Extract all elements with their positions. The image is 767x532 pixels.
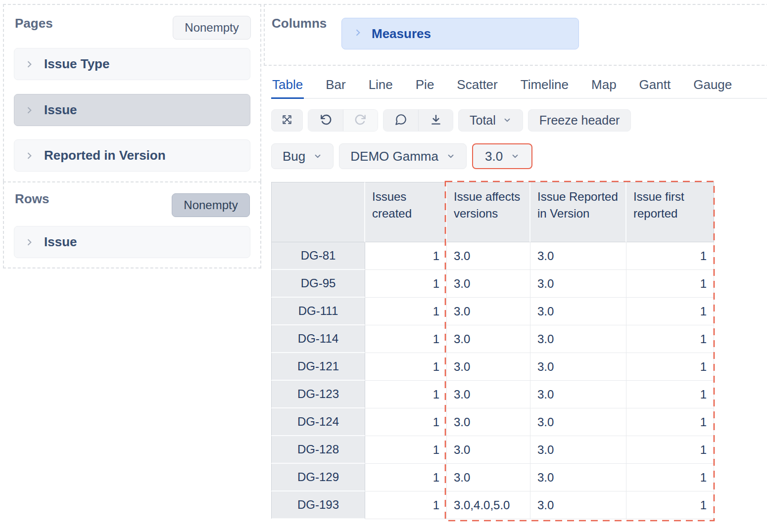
tab-pie[interactable]: Pie [415, 75, 435, 98]
cell: 1 [626, 464, 714, 491]
issue-filter-dropdown[interactable]: DEMO Gamma [339, 143, 467, 169]
column-header-issue-affects-versions[interactable]: Issue affects versions [447, 182, 530, 242]
dimension-issue-rows[interactable]: Issue [14, 226, 250, 258]
download-icon [430, 113, 442, 128]
dimension-measures[interactable]: Measures [341, 18, 579, 49]
columns-drop-zone: Columns Measures [264, 4, 767, 66]
tab-gantt[interactable]: Gantt [638, 75, 672, 98]
cell: 3.0 [447, 408, 530, 436]
row-key[interactable]: DG-114 [271, 325, 365, 353]
cell: 1 [626, 270, 714, 298]
cell: 3.0 [530, 353, 626, 381]
cell: 3.0 [447, 381, 530, 408]
row-key[interactable]: DG-128 [271, 436, 365, 464]
table-row: DG-121 1 3.0 3.0 1 [271, 353, 714, 381]
total-label: Total [470, 113, 496, 128]
row-key[interactable]: DG-111 [271, 298, 365, 325]
redo-button[interactable] [343, 110, 378, 131]
cell: 3.0 [530, 408, 626, 436]
table-row: DG-95 1 3.0 3.0 1 [271, 270, 714, 298]
swap-axes-button[interactable] [271, 109, 303, 132]
page-filters: Bug DEMO Gamma 3.0 [271, 143, 532, 169]
chevron-right-icon [24, 105, 34, 115]
cell: 1 [365, 464, 447, 491]
version-filter-dropdown[interactable]: 3.0 [472, 143, 532, 169]
rows-title: Rows [15, 191, 49, 207]
tab-timeline[interactable]: Timeline [520, 75, 570, 98]
dimension-issue-type[interactable]: Issue Type [14, 48, 250, 80]
cell: 3.0 [447, 325, 530, 353]
cell: 3.0 [530, 298, 626, 325]
chevron-right-icon [24, 151, 34, 161]
tab-scatter[interactable]: Scatter [456, 75, 498, 98]
cell: 3.0,4.0,5.0 [447, 491, 530, 519]
undo-redo-group [308, 109, 378, 132]
chevron-down-icon [503, 113, 512, 128]
cell: 1 [626, 298, 714, 325]
cell: 1 [626, 325, 714, 353]
cell: 3.0 [447, 464, 530, 491]
chevron-down-icon [446, 149, 455, 164]
pages-drop-zone: Pages Nonempty Issue Type Issue Reported… [3, 4, 261, 181]
report-builder: Pages Nonempty Issue Type Issue Reported… [0, 0, 767, 532]
table-row: DG-123 1 3.0 3.0 1 [271, 381, 714, 408]
columns-title: Columns [272, 16, 327, 31]
dimension-label: Measures [372, 26, 431, 42]
undo-button[interactable] [308, 110, 343, 131]
total-dropdown[interactable]: Total [458, 109, 523, 132]
comment-button[interactable] [384, 110, 418, 131]
table-row: DG-128 1 3.0 3.0 1 [271, 436, 714, 464]
chevron-right-icon [24, 237, 34, 247]
undo-icon [319, 113, 332, 128]
cell: 1 [365, 325, 447, 353]
swap-axes-icon [280, 113, 294, 129]
dimension-reported-in-version[interactable]: Reported in Version [14, 139, 250, 172]
table-row: DG-114 1 3.0 3.0 1 [271, 325, 714, 353]
cell: 1 [365, 408, 447, 436]
column-header-issue-reported-in-version[interactable]: Issue Reported in Version [530, 182, 626, 242]
tab-gauge[interactable]: Gauge [692, 75, 733, 98]
row-key[interactable]: DG-81 [271, 242, 365, 270]
freeze-header-button[interactable]: Freeze header [528, 109, 631, 132]
row-key[interactable]: DG-124 [271, 408, 365, 436]
report-table: Issues created Issue affects versions Is… [271, 182, 714, 519]
row-key[interactable]: DG-121 [271, 353, 365, 381]
row-key[interactable]: DG-123 [271, 381, 365, 408]
table-row: DG-81 1 3.0 3.0 1 [271, 242, 714, 270]
tab-line[interactable]: Line [368, 75, 394, 98]
row-key[interactable]: DG-193 [271, 491, 365, 519]
rows-drop-zone: Rows Nonempty Issue [3, 181, 261, 268]
corner-header-cell [271, 182, 365, 242]
column-header-issues-created[interactable]: Issues created [365, 182, 447, 242]
dimension-label: Issue Type [44, 56, 109, 72]
row-key[interactable]: DG-95 [271, 270, 365, 298]
filter-label: Bug [283, 149, 305, 164]
cell: 1 [626, 408, 714, 436]
issue-type-filter-dropdown[interactable]: Bug [271, 143, 334, 169]
dimension-issue[interactable]: Issue [14, 94, 250, 126]
cell: 3.0 [530, 464, 626, 491]
report-table-area: Issues created Issue affects versions Is… [271, 182, 714, 519]
tab-table[interactable]: Table [271, 75, 304, 99]
cell: 3.0 [447, 436, 530, 464]
cell: 3.0 [447, 242, 530, 270]
download-button[interactable] [418, 110, 453, 131]
cell: 1 [365, 353, 447, 381]
pages-nonempty-button[interactable]: Nonempty [173, 16, 251, 40]
table-row: DG-111 1 3.0 3.0 1 [271, 298, 714, 325]
dimension-label: Reported in Version [44, 148, 166, 163]
table-row: DG-129 1 3.0 3.0 1 [271, 464, 714, 491]
column-header-issue-first-reported[interactable]: Issue first reported [626, 182, 714, 242]
chevron-down-icon [511, 149, 520, 164]
rows-nonempty-button[interactable]: Nonempty [172, 193, 250, 217]
table-row: DG-193 1 3.0,4.0,5.0 3.0 1 [271, 491, 714, 519]
tab-bar[interactable]: Bar [325, 75, 346, 98]
cell: 1 [365, 242, 447, 270]
tab-map[interactable]: Map [590, 75, 618, 98]
row-key[interactable]: DG-129 [271, 464, 365, 491]
cell: 3.0 [447, 298, 530, 325]
cell: 3.0 [530, 242, 626, 270]
filter-label: DEMO Gamma [350, 149, 438, 164]
table-toolbar: Total Freeze header [271, 109, 631, 132]
filter-label: 3.0 [485, 149, 503, 164]
